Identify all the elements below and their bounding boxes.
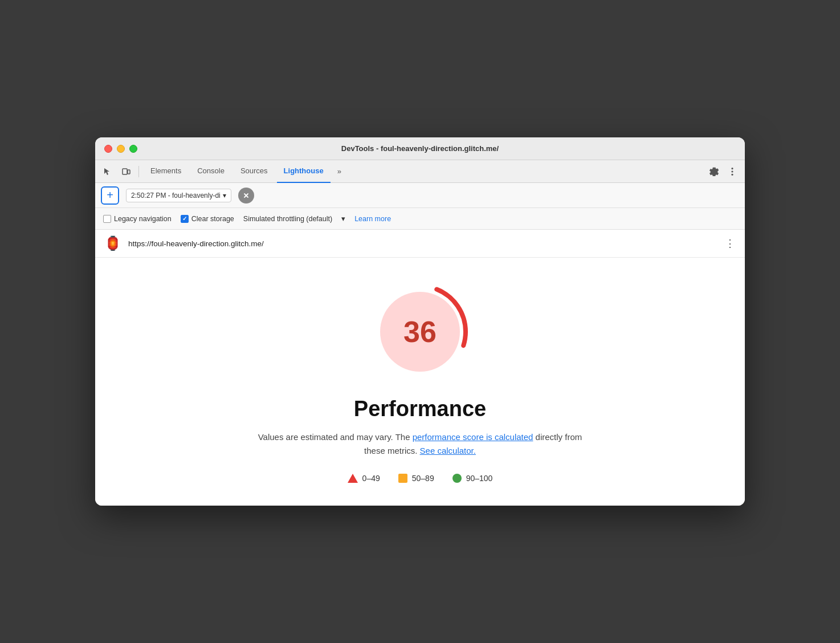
new-audit-button[interactable]: + (101, 186, 119, 205)
more-options-button[interactable] (724, 164, 740, 180)
device-toggle-button[interactable] (118, 164, 134, 180)
fail-range: 0–49 (362, 474, 380, 483)
cancel-icon (242, 192, 250, 200)
url-row-more-button[interactable]: ⋮ (725, 237, 736, 250)
tabs-more-button[interactable]: » (333, 167, 346, 176)
audit-select-text: 2:50:27 PM - foul-heavenly-di (131, 192, 221, 200)
performance-description: Values are estimated and may vary. The p… (249, 430, 591, 458)
svg-point-2 (731, 168, 733, 169)
vertical-dots-icon (731, 167, 733, 176)
legend-item-fail: 0–49 (348, 474, 380, 483)
score-gauge: 36 (369, 280, 471, 383)
throttling-dropdown[interactable]: ▾ (341, 214, 345, 223)
audit-select-arrow-icon: ▾ (223, 192, 226, 200)
clear-storage-label: Clear storage (191, 215, 234, 223)
pass-range: 90–100 (466, 474, 493, 483)
performance-score-link[interactable]: performance score is calculated (413, 432, 533, 442)
description-prefix: Values are estimated and may vary. The (258, 432, 413, 442)
toolbar-divider (138, 166, 139, 177)
clear-storage-checkbox[interactable]: Clear storage (181, 215, 234, 223)
secondary-toolbar: + 2:50:27 PM - foul-heavenly-di ▾ (95, 183, 745, 208)
title-bar: DevTools - foul-heavenly-direction.glitc… (95, 137, 745, 160)
main-content: 36 Performance Values are estimated and … (95, 258, 745, 506)
svg-rect-0 (123, 169, 127, 174)
url-row: 🏮 https://foul-heavenly-direction.glitch… (95, 230, 745, 258)
gear-icon (709, 167, 719, 176)
learn-more-link[interactable]: Learn more (354, 215, 391, 223)
score-legend: 0–49 50–89 90–100 (348, 474, 493, 483)
legacy-navigation-label: Legacy navigation (114, 215, 172, 223)
svg-point-3 (731, 170, 733, 172)
average-range: 50–89 (412, 474, 434, 483)
cancel-audit-button[interactable] (238, 188, 254, 204)
window-title: DevTools - foul-heavenly-direction.glitc… (341, 144, 499, 153)
tab-elements[interactable]: Elements (144, 160, 188, 183)
legacy-nav-checkbox-box[interactable] (103, 215, 111, 223)
lighthouse-icon: 🏮 (104, 235, 121, 251)
settings-button[interactable] (706, 164, 722, 180)
tab-console[interactable]: Console (190, 160, 231, 183)
svg-rect-1 (128, 170, 130, 174)
audit-url: https://foul-heavenly-direction.glitch.m… (128, 239, 718, 248)
tab-sources[interactable]: Sources (234, 160, 275, 183)
minimize-button[interactable] (117, 145, 125, 153)
device-icon (121, 167, 131, 176)
legend-item-average: 50–89 (398, 474, 434, 483)
average-icon (398, 474, 407, 483)
audit-select-dropdown[interactable]: 2:50:27 PM - foul-heavenly-di ▾ (126, 189, 231, 202)
throttling-label: Simulated throttling (default) (243, 215, 332, 223)
options-toolbar: Legacy navigation Clear storage Simulate… (95, 208, 745, 230)
inspect-element-button[interactable] (100, 164, 116, 180)
cursor-icon (103, 167, 112, 176)
performance-title: Performance (354, 397, 486, 421)
close-button[interactable] (104, 145, 112, 153)
svg-point-4 (731, 173, 733, 175)
maximize-button[interactable] (129, 145, 137, 153)
see-calculator-link[interactable]: See calculator. (420, 446, 476, 455)
devtools-window: DevTools - foul-heavenly-direction.glitc… (95, 137, 745, 506)
traffic-lights (104, 145, 137, 153)
legacy-navigation-checkbox[interactable]: Legacy navigation (103, 215, 172, 223)
tab-lighthouse[interactable]: Lighthouse (277, 160, 331, 183)
clear-storage-checkbox-box[interactable] (181, 215, 189, 223)
performance-score: 36 (403, 315, 437, 349)
devtools-toolbar: Elements Console Sources Lighthouse » (95, 160, 745, 183)
throttling-arrow-icon: ▾ (341, 214, 345, 223)
pass-icon (452, 474, 462, 483)
legend-item-pass: 90–100 (452, 474, 493, 483)
fail-icon (348, 474, 358, 483)
